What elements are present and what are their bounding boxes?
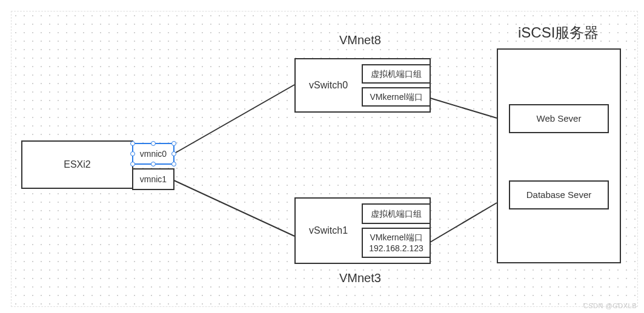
database-server[interactable]: Database Sever (509, 180, 609, 209)
selection-handle (151, 162, 156, 166)
vswitch0-vmkernel[interactable]: VMkernel端口 (362, 87, 431, 107)
vmnic1[interactable]: vmnic1 (132, 168, 174, 190)
esxi-host[interactable]: ESXi2 (21, 140, 133, 189)
vswitch1-label: vSwitch1 (309, 225, 348, 236)
selection-handle (171, 141, 176, 146)
selection-handle (130, 162, 135, 166)
vswitch0-portgroup[interactable]: 虚拟机端口组 (362, 64, 431, 84)
selection-handle (171, 151, 176, 156)
web-server-label: Web Sever (537, 113, 582, 125)
vswitch0-portgroup-label: 虚拟机端口组 (371, 68, 422, 79)
vswitch1-portgroup[interactable]: 虚拟机端口组 (362, 203, 431, 224)
vmnic0-label: vmnic0 (140, 148, 167, 159)
vswitch1-vmkernel-label: VMkernel端口 192.168.2.123 (369, 232, 423, 254)
vswitch0-label: vSwitch0 (309, 80, 348, 91)
watermark: CSDN @GDXLB (583, 302, 637, 309)
iscsi-server[interactable] (497, 48, 621, 263)
esxi-label: ESXi2 (64, 159, 90, 170)
vmnic0[interactable]: vmnic0 (132, 143, 174, 165)
database-server-label: Database Sever (526, 189, 592, 201)
selection-handle (151, 141, 156, 146)
vswitch1-vmkernel[interactable]: VMkernel端口 192.168.2.123 (362, 228, 431, 258)
selection-handle (171, 162, 176, 166)
web-server[interactable]: Web Sever (509, 104, 609, 133)
vmnet8-label: VMnet8 (339, 33, 381, 47)
vswitch1-portgroup-label: 虚拟机端口组 (371, 208, 422, 219)
selection-handle (130, 151, 135, 156)
vmnic1-label: vmnic1 (140, 174, 167, 185)
selection-handle (130, 141, 135, 146)
vmnet3-label: VMnet3 (339, 271, 381, 285)
vswitch0-vmkernel-label: VMkernel端口 (370, 91, 422, 102)
iscsi-server-title: iSCSI服务器 (518, 23, 599, 42)
